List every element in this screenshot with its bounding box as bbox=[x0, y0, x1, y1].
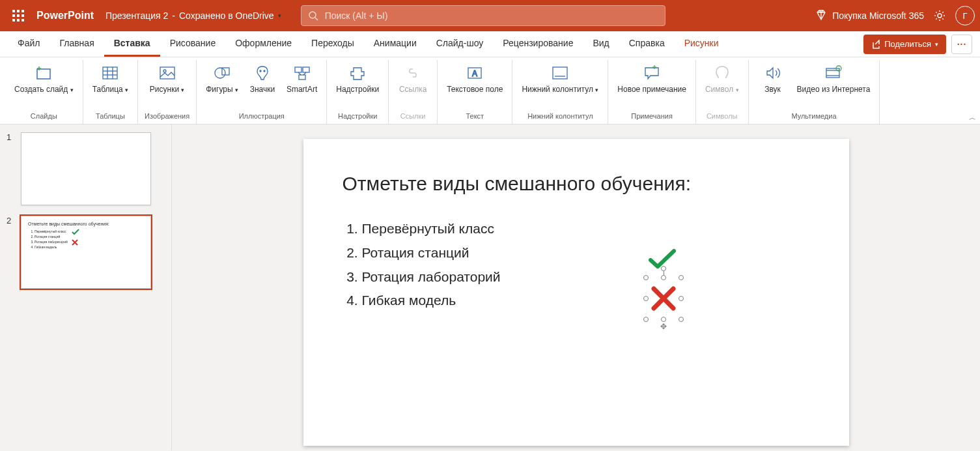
group-label: Таблицы bbox=[96, 109, 125, 123]
group-symbols: Символ ▾ Символы bbox=[696, 60, 749, 124]
svg-rect-33 bbox=[553, 67, 567, 79]
tab-picture-tools[interactable]: Рисунки bbox=[675, 31, 729, 57]
svg-point-9 bbox=[309, 12, 316, 18]
tab-design[interactable]: Оформление bbox=[225, 31, 301, 57]
svg-rect-26 bbox=[295, 67, 301, 72]
group-label: Примечания bbox=[631, 109, 673, 123]
app-name: PowerPoint bbox=[36, 10, 94, 22]
thumb-number: 1 bbox=[7, 132, 14, 205]
group-text: A Текстовое поле Текст bbox=[438, 60, 512, 124]
group-slides: Создать слайд ▾ Слайды bbox=[5, 60, 83, 124]
user-avatar[interactable]: Г bbox=[955, 6, 975, 25]
slide-body-list[interactable]: Перевёрнутый класс Ротация станций Ротац… bbox=[343, 217, 810, 313]
rotate-handle[interactable] bbox=[661, 266, 666, 271]
slide-thumbnail-2[interactable]: Отметьте виды смешанного обучения: Перев… bbox=[21, 216, 151, 289]
group-comments: Новое примечание Примечания bbox=[608, 60, 696, 124]
group-media: Звук Видео из Интернета Мультимедиа bbox=[749, 60, 880, 124]
document-name[interactable]: Презентация 2 - Сохранено в OneDrive ▾ bbox=[105, 10, 281, 21]
slide-thumbnail-1[interactable] bbox=[21, 132, 151, 205]
buy-microsoft-365[interactable]: Покупка Microsoft 365 bbox=[815, 10, 924, 22]
group-tables: Таблица ▾ Таблицы bbox=[83, 60, 138, 124]
svg-rect-3 bbox=[12, 14, 15, 17]
list-item[interactable]: Ротация лабораторий bbox=[362, 265, 810, 289]
slide-title[interactable]: Отметьте виды смешанного обучения: bbox=[343, 173, 810, 195]
search-input[interactable]: Поиск (Alt + Ы) bbox=[301, 5, 665, 26]
pictures-button[interactable]: Рисунки ▾ bbox=[147, 61, 188, 109]
slide-canvas-area[interactable]: Отметьте виды смешанного обучения: Перев… bbox=[172, 124, 980, 450]
addins-icon bbox=[347, 63, 368, 83]
ribbon-tabs: Файл Главная Вставка Рисование Оформлени… bbox=[0, 31, 980, 57]
svg-point-21 bbox=[163, 70, 166, 72]
group-images: Рисунки ▾ Изображения bbox=[138, 60, 197, 124]
tab-help[interactable]: Справка bbox=[619, 31, 675, 57]
new-comment-button[interactable]: Новое примечание bbox=[615, 61, 689, 109]
search-placeholder: Поиск (Alt + Ы) bbox=[325, 10, 388, 21]
svg-text:A: A bbox=[472, 69, 477, 78]
list-item[interactable]: Ротация станций bbox=[362, 241, 810, 265]
tab-slideshow[interactable]: Слайд-шоу bbox=[427, 31, 494, 57]
tab-animations[interactable]: Анимации bbox=[364, 31, 427, 57]
save-status: Сохранено в OneDrive bbox=[179, 10, 274, 21]
list-item[interactable]: Перевёрнутый класс bbox=[362, 217, 810, 241]
group-label: Ссылки bbox=[400, 109, 426, 123]
resize-handle[interactable] bbox=[643, 275, 649, 280]
svg-rect-37 bbox=[826, 68, 839, 78]
icons-button[interactable]: Значки bbox=[245, 61, 280, 109]
tab-view[interactable]: Вид bbox=[583, 31, 619, 57]
svg-rect-15 bbox=[103, 67, 117, 79]
resize-handle[interactable] bbox=[661, 317, 666, 322]
more-options-button[interactable]: ··· bbox=[951, 35, 972, 54]
group-label: Надстройки bbox=[338, 109, 377, 123]
tab-review[interactable]: Рецензирование bbox=[493, 31, 583, 57]
svg-point-22 bbox=[215, 68, 225, 78]
svg-rect-4 bbox=[17, 14, 20, 17]
thumbnail-row[interactable]: 2 Отметьте виды смешанного обучения: Пер… bbox=[7, 216, 165, 289]
footer-button[interactable]: Нижний колонтитул ▾ bbox=[519, 61, 601, 109]
link-button: Ссылка bbox=[395, 61, 430, 109]
smartart-button[interactable]: SmartArt bbox=[284, 61, 320, 109]
doc-name-text: Презентация 2 bbox=[105, 10, 168, 21]
resize-handle[interactable] bbox=[679, 275, 684, 280]
settings-icon[interactable] bbox=[933, 9, 946, 22]
x-image-selected[interactable]: ✥ bbox=[646, 278, 681, 319]
resize-handle[interactable] bbox=[643, 317, 649, 322]
tab-transitions[interactable]: Переходы bbox=[301, 31, 364, 57]
link-icon bbox=[402, 63, 423, 83]
svg-line-10 bbox=[315, 18, 318, 20]
group-label: Мультимедиа bbox=[791, 109, 836, 123]
tab-insert[interactable]: Вставка bbox=[104, 31, 160, 57]
resize-handle[interactable] bbox=[661, 275, 666, 280]
tab-draw[interactable]: Рисование bbox=[160, 31, 226, 57]
shapes-button[interactable]: Фигуры ▾ bbox=[203, 61, 241, 109]
audio-icon bbox=[763, 63, 783, 83]
table-button[interactable]: Таблица ▾ bbox=[90, 61, 131, 109]
symbol-button: Символ ▾ bbox=[703, 61, 742, 109]
svg-rect-8 bbox=[21, 19, 24, 22]
svg-rect-0 bbox=[12, 10, 15, 12]
audio-button[interactable]: Звук bbox=[755, 61, 791, 109]
svg-rect-6 bbox=[12, 19, 15, 22]
app-launcher-icon[interactable] bbox=[5, 3, 31, 29]
share-button[interactable]: Поделиться ▾ bbox=[863, 35, 946, 54]
workspace: 1 2 Отметьте виды смешанного обучения: П… bbox=[0, 124, 980, 450]
list-item[interactable]: Гибкая модель bbox=[362, 289, 810, 313]
slide-editor[interactable]: Отметьте виды смешанного обучения: Перев… bbox=[303, 139, 849, 446]
diamond-icon bbox=[815, 10, 827, 22]
icons-icon bbox=[252, 63, 273, 83]
textbox-button[interactable]: A Текстовое поле bbox=[444, 61, 505, 109]
collapse-ribbon-icon[interactable]: ︿ bbox=[969, 113, 976, 123]
addins-button[interactable]: Надстройки bbox=[333, 61, 382, 109]
table-icon bbox=[100, 63, 120, 83]
tab-file[interactable]: Файл bbox=[8, 31, 49, 57]
move-handle-icon[interactable]: ✥ bbox=[660, 322, 667, 331]
resize-handle[interactable] bbox=[679, 317, 684, 322]
tab-home[interactable]: Главная bbox=[49, 31, 104, 57]
svg-rect-5 bbox=[21, 14, 24, 17]
svg-point-24 bbox=[260, 70, 261, 72]
group-addins: Надстройки Надстройки bbox=[327, 60, 389, 124]
search-icon bbox=[308, 10, 318, 21]
group-label: Символы bbox=[707, 109, 738, 123]
new-slide-button[interactable]: Создать слайд ▾ bbox=[12, 61, 76, 109]
video-button[interactable]: Видео из Интернета bbox=[794, 61, 873, 109]
thumbnail-row[interactable]: 1 bbox=[7, 132, 165, 205]
